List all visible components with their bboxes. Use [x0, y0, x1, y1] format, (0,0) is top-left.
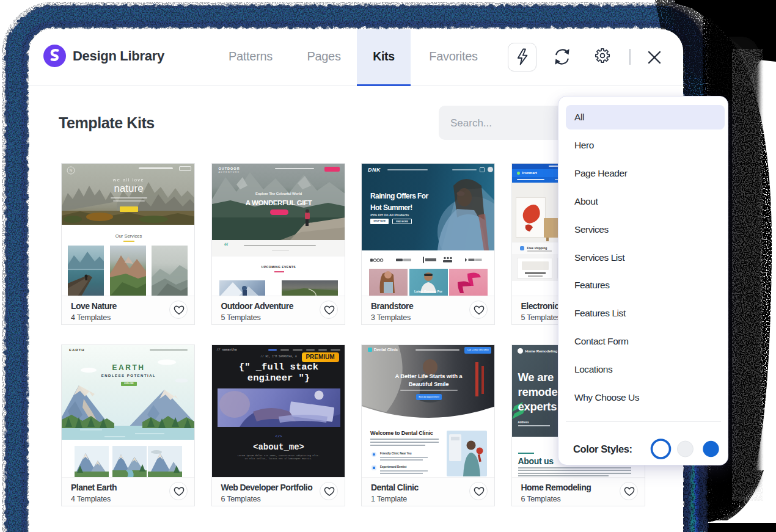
svg-text:N: N	[70, 169, 72, 172]
